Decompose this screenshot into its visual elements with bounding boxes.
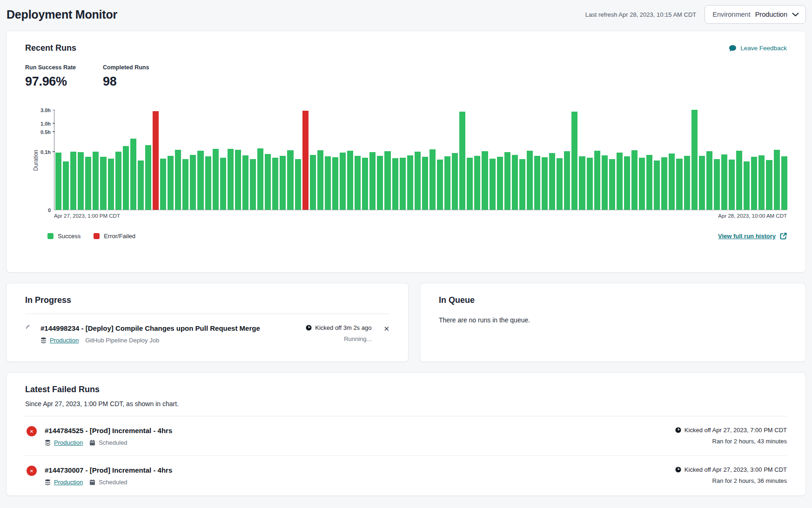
run-bar-success[interactable] [355,156,361,210]
run-bar-success[interactable] [587,158,593,210]
close-icon[interactable]: ✕ [383,324,389,334]
environment-dropdown[interactable]: Environment Production [705,5,806,24]
environment-link[interactable]: Production [54,479,83,486]
run-bar-success[interactable] [452,153,458,210]
run-bar-success[interactable] [220,158,226,210]
run-bar-success[interactable] [714,159,720,210]
run-bar-success[interactable] [594,151,600,210]
run-bar-success[interactable] [123,146,129,210]
run-bar-success[interactable] [369,152,376,210]
run-bar-success[interactable] [55,153,61,210]
environment-tag[interactable]: Production [45,479,83,486]
run-bar-success[interactable] [160,159,166,210]
run-bar-error[interactable] [302,111,309,210]
run-bar-success[interactable] [609,159,615,210]
run-bar-success[interactable] [758,155,765,210]
run-bar-success[interactable] [684,156,690,210]
run-bar-success[interactable] [527,151,533,210]
run-bar-success[interactable] [310,155,316,210]
run-bar-success[interactable] [542,157,548,210]
run-bar-success[interactable] [497,157,503,210]
run-bar-success[interactable] [205,156,211,210]
run-bar-success[interactable] [564,151,570,210]
run-bar-success[interactable] [654,160,660,210]
run-bar-success[interactable] [317,150,323,210]
run-bar-success[interactable] [474,156,480,210]
environment-tag[interactable]: Production [45,439,83,446]
run-bar-success[interactable] [85,157,91,210]
run-bar-success[interactable] [781,156,787,210]
run-bar-success[interactable] [280,156,286,210]
run-bar-success[interactable] [130,139,136,210]
run-bar-success[interactable] [579,156,585,210]
run-bar-success[interactable] [197,151,203,210]
run-bar-success[interactable] [661,157,667,210]
run-bar-success[interactable] [138,160,144,210]
run-bar-success[interactable] [145,145,151,210]
run-bar-success[interactable] [115,152,121,210]
run-bar-success[interactable] [482,151,488,210]
run-bar-success[interactable] [182,159,188,210]
run-bar-success[interactable] [624,156,630,210]
run-bar-success[interactable] [519,159,525,210]
run-bar-success[interactable] [774,150,780,210]
run-bar-success[interactable] [676,159,682,210]
environment-link[interactable]: Production [50,337,79,344]
run-bar-success[interactable] [729,160,735,210]
run-bar-success[interactable] [751,157,757,210]
run-bar-success[interactable] [213,149,219,210]
run-bar-success[interactable] [549,153,555,210]
run-bar-success[interactable] [250,159,256,210]
run-bar-success[interactable] [557,158,563,210]
run-bar-success[interactable] [512,155,518,210]
run-bar-success[interactable] [175,150,181,210]
run-bar-success[interactable] [415,152,421,210]
run-bar-success[interactable] [228,149,234,210]
run-bar-success[interactable] [467,158,473,210]
run-bar-success[interactable] [444,156,450,210]
run-bar-success[interactable] [691,110,698,210]
run-bar-success[interactable] [392,158,398,210]
run-bar-success[interactable] [265,154,271,210]
run-bar-success[interactable] [617,153,623,210]
run-bar-success[interactable] [736,151,742,210]
run-bar-success[interactable] [257,148,263,210]
run-bar-success[interactable] [669,154,675,210]
run-bar-success[interactable] [400,158,406,210]
run-bar-success[interactable] [168,156,174,210]
run-bar-success[interactable] [235,150,241,210]
run-bar-success[interactable] [242,155,248,210]
run-bar-success[interactable] [631,150,638,210]
run-bar-success[interactable] [437,160,443,210]
run-bar-success[interactable] [295,159,301,210]
run-bar-success[interactable] [744,161,750,210]
run-bar-success[interactable] [459,112,465,210]
run-bar-success[interactable] [287,150,293,210]
run-bar-error[interactable] [153,111,159,210]
run-bar-success[interactable] [340,153,346,210]
run-bar-success[interactable] [490,159,496,210]
run-bar-success[interactable] [332,157,338,210]
leave-feedback-link[interactable]: Leave Feedback [729,45,787,52]
run-bar-success[interactable] [108,159,114,210]
run-bar-success[interactable] [100,157,106,210]
run-bar-success[interactable] [70,152,76,210]
run-bar-success[interactable] [646,155,652,210]
run-bar-success[interactable] [78,152,84,210]
environment-tag[interactable]: Production [40,337,79,344]
run-bar-success[interactable] [534,156,540,210]
run-bar-success[interactable] [706,151,712,210]
run-bar-success[interactable] [347,151,353,210]
run-bar-success[interactable] [571,112,577,210]
run-bar-success[interactable] [699,156,705,210]
view-full-run-history-link[interactable]: View full run history [718,233,787,240]
run-bar-success[interactable] [721,154,727,210]
run-bar-success[interactable] [429,149,436,210]
run-bar-success[interactable] [93,152,99,210]
run-bar-success[interactable] [407,155,413,210]
run-bar-success[interactable] [272,158,278,210]
run-bar-success[interactable] [766,160,772,210]
run-bar-success[interactable] [384,151,390,210]
run-bar-success[interactable] [63,161,69,210]
run-bar-success[interactable] [377,156,383,210]
